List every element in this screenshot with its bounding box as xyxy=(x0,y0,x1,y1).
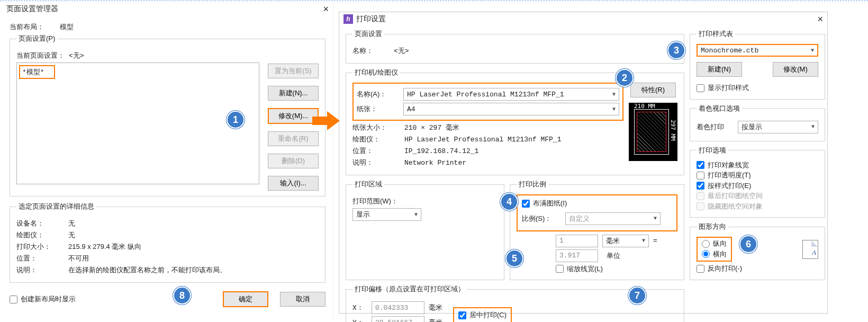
orient-land-radio[interactable]: 横向 xyxy=(702,249,727,259)
desc2-label: 说明： xyxy=(352,158,400,167)
left-title: 页面设置管理器 xyxy=(6,4,58,14)
off-y-field: 39.581667 xyxy=(372,316,424,322)
eq-label: = xyxy=(653,237,657,245)
orient-rev-check[interactable]: 反向打印(-) xyxy=(697,264,742,273)
off-x-field: 0.042333 xyxy=(372,301,424,314)
opt-group: 打印选项 打印对象线宽 打印透明度(T) 按样式打印(E) 最后打印图纸空间 隐… xyxy=(690,146,825,218)
arrow-icon xyxy=(312,111,340,130)
opt-lw-check[interactable]: 打印对象线宽 xyxy=(697,160,749,170)
dev-label: 设备名： xyxy=(16,219,64,228)
scale-lw-checkbox[interactable] xyxy=(556,265,564,273)
printer-name-select[interactable]: HP LaserJet Professional M1213nf MFP_1 ▼ xyxy=(403,88,619,101)
paper-label: 纸张： xyxy=(357,104,399,114)
opt-lw-checkbox[interactable] xyxy=(697,161,704,169)
off-unit-y: 毫米 xyxy=(429,318,442,322)
opt-styles-checkbox[interactable] xyxy=(697,182,704,190)
style-modify-button[interactable]: 修改(M) xyxy=(773,62,818,77)
callout-2: 2 xyxy=(616,69,634,87)
off-x: 0.042333 xyxy=(375,304,408,312)
desc-label: 说明： xyxy=(16,265,64,275)
callout-5: 5 xyxy=(505,249,523,267)
loc2-label: 位置： xyxy=(352,146,400,156)
shade-legend: 着色视口选项 xyxy=(697,104,742,113)
desc2-value: Network Printer xyxy=(404,159,466,167)
scale-unit: 毫米 xyxy=(606,236,620,246)
area-value: 显示 xyxy=(356,210,370,219)
size-value: 215.9 x 279.4 毫米 纵向 xyxy=(68,242,141,252)
close-icon[interactable]: × xyxy=(817,14,823,24)
close-icon[interactable]: × xyxy=(323,4,329,14)
off-y: 39.581667 xyxy=(375,319,412,323)
name-value: <无> xyxy=(394,46,409,56)
left-cancel-button[interactable]: 取消 xyxy=(280,292,326,307)
new-button[interactable]: 新建(N)... xyxy=(268,86,319,101)
opt-hide-label: 隐藏图纸空间对象 xyxy=(708,202,763,211)
opt-styles-check[interactable]: 按样式打印(E) xyxy=(697,181,751,191)
scale-num2-field: 3.917 xyxy=(556,249,598,262)
orient-land-input[interactable] xyxy=(702,250,710,258)
opt-hide-check: 隐藏图纸空间对象 xyxy=(697,202,763,211)
style-legend: 打印样式表 xyxy=(697,29,735,39)
orient-port-radio[interactable]: 纵向 xyxy=(702,239,727,248)
scale-lw-check[interactable]: 缩放线宽(L) xyxy=(556,264,603,274)
left-titlebar: 页面设置管理器 × xyxy=(2,2,333,16)
paper-size-value: 210 × 297 毫米 xyxy=(404,123,459,132)
props-button[interactable]: 特性(R) xyxy=(630,83,676,97)
style-show-checkbox[interactable] xyxy=(697,84,704,92)
callout-6: 6 xyxy=(739,235,757,253)
style-show-check[interactable]: 显示打印样式 xyxy=(697,83,749,93)
page-setup-legend: 页面设置(P) xyxy=(16,34,57,43)
opt-trans-checkbox[interactable] xyxy=(697,172,704,180)
opt-last-label: 最后打印图纸空间 xyxy=(708,191,763,201)
shade-select[interactable]: 按显示 ▼ xyxy=(738,121,818,133)
chevron-down-icon: ▼ xyxy=(654,216,657,221)
page-setup-list[interactable]: *模型* xyxy=(16,62,259,184)
show-on-new-check[interactable]: 创建新布局时显示 xyxy=(10,294,76,304)
dev-value: 无 xyxy=(68,219,75,228)
paper-value: A4 xyxy=(407,105,415,113)
fit-checkbox[interactable] xyxy=(522,200,530,208)
fit-label: 布满图纸(I) xyxy=(533,199,567,208)
loc2-value: IP_192.168.74.12_1 xyxy=(404,147,478,155)
printer-group: 打印机/绘图仪 名称(A)： HP LaserJet Professional … xyxy=(346,68,684,175)
orient-rev-label: 反向打印(-) xyxy=(708,264,742,273)
style-select[interactable]: Monochrome.ctb ▼ xyxy=(697,44,818,57)
details-group: 选定页面设置的详细信息 设备名：无 绘图仪：无 打印大小：215.9 x 279… xyxy=(10,202,326,283)
scale-value: 自定义 xyxy=(569,214,590,223)
printer-legend: 打印机/绘图仪 xyxy=(352,68,400,77)
left-ok-button[interactable]: 确定 xyxy=(223,291,268,307)
scale-unit-select[interactable]: 毫米▼ xyxy=(602,235,649,247)
shade-value: 按显示 xyxy=(742,122,762,132)
chevron-down-icon: ▼ xyxy=(414,212,418,218)
off-y-label: Y： xyxy=(352,318,367,322)
chevron-down-icon: ▼ xyxy=(612,92,616,97)
current-page-setup-value: <无> xyxy=(69,51,84,60)
modify-button[interactable]: 修改(M)... xyxy=(268,108,319,124)
current-layout-label: 当前布局： xyxy=(10,22,44,32)
printer-name-value: HP LaserJet Professional M1213nf MFP_1 xyxy=(407,91,564,99)
show-on-new-checkbox[interactable] xyxy=(10,296,17,303)
preview-h-label: 297 MM xyxy=(670,120,676,141)
style-new-button[interactable]: 新建(N) xyxy=(697,62,742,77)
right-title: 打印设置 xyxy=(356,14,386,24)
paper-preview: 210 MM 297 MM xyxy=(629,103,677,161)
name-label: 名称： xyxy=(352,46,390,56)
orient-rev-checkbox[interactable] xyxy=(697,265,704,273)
opt-legend: 打印选项 xyxy=(697,146,728,155)
orient-land-label: 横向 xyxy=(713,249,727,259)
paper-size-label: 纸张大小： xyxy=(352,123,400,132)
center-check[interactable]: 居中打印(C) xyxy=(453,307,512,322)
orient-port-input[interactable] xyxy=(702,240,710,248)
paper-select[interactable]: A4 ▼ xyxy=(403,103,619,115)
list-item[interactable]: *模型* xyxy=(19,65,55,79)
plotter2-value: HP LaserJet Professional M1213nf MFP_1 xyxy=(404,136,561,144)
opt-trans-check[interactable]: 打印透明度(T) xyxy=(697,171,751,180)
area-select[interactable]: 显示 ▼ xyxy=(352,208,421,221)
center-checkbox[interactable] xyxy=(458,311,466,319)
scale-num2: 3.917 xyxy=(559,252,580,260)
fit-check[interactable]: 布满图纸(I) xyxy=(522,199,567,208)
scale-unit2: 单位 xyxy=(602,251,649,261)
import-button[interactable]: 输入(I)... xyxy=(268,176,319,191)
scale-num1-field: 1 xyxy=(556,235,598,247)
loc-value: 不可用 xyxy=(68,254,89,263)
